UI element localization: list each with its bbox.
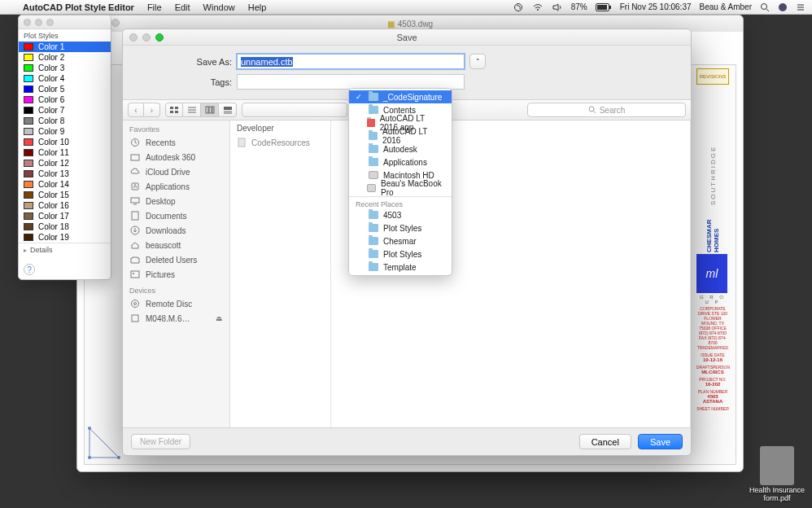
plot-style-row[interactable]: Color 19 bbox=[19, 232, 111, 243]
battery-percent: 87% bbox=[571, 2, 587, 11]
color-name: Color 12 bbox=[38, 159, 69, 168]
file-column-1[interactable]: Developer CodeResources bbox=[230, 120, 331, 446]
recent-places-header: Recent Places bbox=[349, 199, 452, 208]
sidebar-item[interactable]: iCloud Drive bbox=[123, 164, 229, 179]
pse-zoom-icon[interactable] bbox=[46, 19, 54, 26]
menubar-clock[interactable]: Fri Nov 25 10:06:37 bbox=[620, 2, 692, 11]
view-coverflow-button[interactable] bbox=[219, 103, 237, 117]
minimize-icon[interactable] bbox=[142, 33, 151, 42]
svg-rect-38 bbox=[131, 271, 139, 278]
plot-style-row[interactable]: Color 18 bbox=[19, 221, 111, 232]
sidebar-item[interactable]: AApplications bbox=[123, 179, 229, 194]
sidebar-item[interactable]: Autodesk 360 bbox=[123, 150, 229, 164]
svg-point-13 bbox=[117, 456, 120, 459]
svg-rect-17 bbox=[170, 111, 173, 113]
plot-style-row[interactable]: Color 8 bbox=[19, 116, 111, 126]
sidebar-item[interactable]: Deleted Users bbox=[123, 252, 229, 267]
sidebar-item[interactable]: Documents bbox=[123, 208, 229, 223]
svg-point-39 bbox=[133, 273, 134, 274]
path-menu-recent-item[interactable]: Chesmar bbox=[349, 234, 452, 247]
plot-style-row[interactable]: Color 4 bbox=[19, 73, 111, 84]
spotlight-icon[interactable] bbox=[760, 2, 770, 12]
path-menu-item[interactable]: ✓_CodeSignature bbox=[349, 90, 452, 103]
speaker-icon[interactable] bbox=[552, 2, 563, 12]
collapse-button[interactable]: ˄ bbox=[469, 54, 486, 69]
path-menu-recent-item[interactable]: Plot Styles bbox=[349, 247, 452, 261]
elevation: ASTANA bbox=[696, 399, 729, 404]
desktop-file[interactable]: Health Insuranceform.pdf bbox=[749, 446, 805, 503]
sidebar-device[interactable]: M048.M.6…⏏ bbox=[123, 311, 229, 326]
help-icon[interactable]: ? bbox=[24, 264, 35, 275]
sidebar-item[interactable]: Pictures bbox=[123, 267, 229, 282]
plot-style-row[interactable]: Color 1 bbox=[19, 42, 111, 52]
nav-forward-button[interactable]: › bbox=[144, 103, 160, 117]
cloud-sync-icon[interactable] bbox=[513, 2, 524, 12]
path-dropdown[interactable] bbox=[242, 103, 347, 117]
path-dropdown-menu: ✓_CodeSignatureContentsAutoCAD LT 2016.a… bbox=[348, 88, 452, 276]
sidebar-item[interactable]: beauscott bbox=[123, 238, 229, 252]
save-dialog-title: Save bbox=[396, 33, 417, 42]
sidebar-device[interactable]: Remote Disc bbox=[123, 296, 229, 311]
plot-style-row[interactable]: Color 15 bbox=[19, 190, 111, 200]
pse-details-toggle[interactable]: Details bbox=[19, 243, 111, 256]
new-folder-button[interactable]: New Folder bbox=[131, 434, 190, 449]
svg-rect-15 bbox=[170, 107, 173, 109]
close-icon[interactable] bbox=[129, 33, 138, 42]
plot-style-row[interactable]: Color 11 bbox=[19, 147, 111, 158]
plot-style-row[interactable]: Color 7 bbox=[19, 105, 111, 116]
path-menu-item[interactable]: Beau's MacBook Pro bbox=[349, 182, 452, 195]
path-menu-recent-item[interactable]: Plot Styles bbox=[349, 221, 452, 234]
plot-style-row[interactable]: Color 2 bbox=[19, 52, 111, 63]
color-name: Color 3 bbox=[38, 64, 64, 72]
svg-rect-24 bbox=[212, 107, 214, 113]
plot-style-list[interactable]: Color 1Color 2Color 3Color 4Color 5Color… bbox=[19, 42, 111, 243]
menu-help[interactable]: Help bbox=[242, 2, 273, 12]
menu-edit[interactable]: Edit bbox=[168, 2, 197, 12]
view-columns-button[interactable] bbox=[201, 103, 219, 117]
plot-style-row[interactable]: Color 13 bbox=[19, 169, 111, 179]
save-dialog-titlebar[interactable]: Save bbox=[123, 29, 691, 46]
plot-style-row[interactable]: Color 17 bbox=[19, 211, 111, 221]
file-item[interactable]: CodeResources bbox=[230, 136, 330, 149]
save-as-input[interactable] bbox=[237, 54, 465, 69]
plot-style-row[interactable]: Color 14 bbox=[19, 179, 111, 190]
path-menu-recent-item[interactable]: 4503 bbox=[349, 208, 452, 221]
zoom-icon[interactable] bbox=[155, 33, 164, 42]
menubar-user[interactable]: Beau & Amber bbox=[700, 2, 752, 11]
sidebar-item[interactable]: Recents bbox=[123, 135, 229, 150]
project-no: 16-202 bbox=[696, 382, 729, 387]
sidebar-item[interactable]: Desktop bbox=[123, 194, 229, 208]
path-menu-recent-item[interactable]: Template bbox=[349, 261, 452, 274]
menu-file[interactable]: File bbox=[141, 2, 168, 12]
folder-icon bbox=[369, 145, 378, 153]
siri-icon[interactable] bbox=[778, 2, 788, 12]
color-name: Color 4 bbox=[38, 74, 64, 83]
wifi-icon[interactable] bbox=[532, 2, 544, 12]
save-button[interactable]: Save bbox=[638, 434, 683, 449]
svg-point-7 bbox=[779, 3, 787, 11]
plot-style-row[interactable]: Color 12 bbox=[19, 158, 111, 169]
menu-window[interactable]: Window bbox=[197, 2, 242, 12]
search-field[interactable]: Search bbox=[527, 103, 686, 117]
devices-header: Devices bbox=[123, 282, 229, 296]
plot-style-row[interactable]: Color 16 bbox=[19, 200, 111, 211]
eject-icon[interactable]: ⏏ bbox=[216, 314, 223, 322]
view-list-button[interactable] bbox=[183, 103, 201, 117]
plot-style-row[interactable]: Color 9 bbox=[19, 126, 111, 137]
pse-titlebar[interactable] bbox=[19, 15, 111, 29]
plot-style-row[interactable]: Color 3 bbox=[19, 63, 111, 73]
path-menu-item[interactable]: AutoCAD LT 2016 bbox=[349, 129, 452, 142]
plot-style-row[interactable]: Color 5 bbox=[19, 84, 111, 94]
path-menu-item[interactable]: Applications bbox=[349, 155, 452, 169]
pse-min-icon[interactable] bbox=[35, 19, 42, 26]
plot-style-row[interactable]: Color 6 bbox=[19, 94, 111, 105]
view-icons-button[interactable] bbox=[165, 103, 183, 117]
cancel-button[interactable]: Cancel bbox=[579, 434, 631, 449]
battery-icon[interactable] bbox=[596, 3, 612, 11]
sidebar-item[interactable]: Downloads bbox=[123, 223, 229, 238]
pse-close-icon[interactable] bbox=[24, 19, 31, 26]
notification-center-icon[interactable] bbox=[796, 2, 805, 12]
plot-style-row[interactable]: Color 10 bbox=[19, 137, 111, 147]
app-name[interactable]: AutoCAD Plot Style Editor bbox=[16, 2, 141, 12]
nav-back-button[interactable]: ‹ bbox=[128, 103, 144, 117]
